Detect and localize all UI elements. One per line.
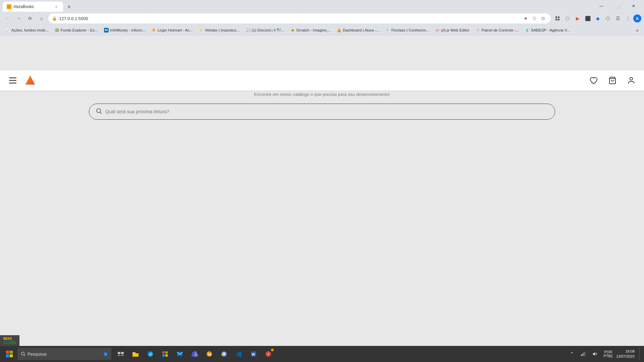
bookmark-acoes[interactable]: 📈 Ações, fundos imob... [3,27,51,34]
search-container [89,104,555,120]
taskbar-search[interactable]: Pesquisar b [17,348,111,360]
ext-icon-3[interactable]: ⬛ [583,14,592,23]
bookmark-label-velotax: Velotax | Impostos... [205,28,239,32]
svg-rect-47 [584,352,584,356]
stock-widget: IBXX +1,35% [0,335,19,346]
bookmark-label-funds: Funds Explorer - Ex... [61,28,98,32]
ext-icon-5[interactable]: ⬡ [603,14,612,23]
svg-rect-34 [192,354,195,357]
search-input[interactable] [105,109,548,114]
home-button[interactable]: ⌂ [37,14,46,23]
bookmark-p5js[interactable]: p5 p5.js Web Editor [433,27,472,34]
profile-avatar[interactable]: A [633,14,641,22]
show-desktop-button[interactable] [639,347,641,361]
search-bar[interactable] [89,104,555,120]
cart-button[interactable] [606,74,619,86]
bookmark-infomoney[interactable]: IM InfoMoney - Inform... [101,27,148,34]
edge-browser-button[interactable] [144,347,157,361]
chrome-menu-button[interactable]: ⋮ [623,14,633,23]
bookmark-star-button[interactable]: ★ [522,14,530,22]
bookmark-label-acoes: Ações, fundos imob... [11,28,49,32]
new-tab-button[interactable]: + [64,2,74,12]
svg-rect-15 [10,351,13,354]
store-button[interactable] [158,347,172,361]
taskview-button[interactable] [114,347,127,361]
bookmark-label-discord: (1) Discord | # ‽7... [252,28,284,33]
user-account-button[interactable] [625,74,637,86]
minimize-button[interactable]: — [594,1,609,11]
address-bar-actions: ★ ⬡ ⊡ [522,14,547,22]
bookmark-dashboard[interactable]: Dashboard | Alura -... [334,27,382,34]
forward-button[interactable]: → [14,14,23,23]
bookmark-hotmart[interactable]: 🔥 Login Hotmart - Ac... [149,27,196,34]
teams-button[interactable] [188,347,201,361]
extensions-button[interactable] [553,14,562,23]
bookmarks-more-button[interactable]: » [633,26,641,34]
ext-icon-2[interactable]: ▶ [573,14,582,23]
bookmark-velotax[interactable]: ⚡ Velotax | Impostos... [196,27,242,34]
chevron-up-icon[interactable]: ⌃ [567,349,577,359]
stock-change: +1,35% [3,341,16,345]
header-left [7,74,36,86]
vscode-button[interactable] [232,347,246,361]
app-badge [271,349,274,351]
bookmark-scratch[interactable]: 🐱 Scratch - Imagine,... [287,27,333,34]
svg-rect-7 [9,80,16,81]
bookmark-label-infomoney: InfoMoney - Inform... [110,28,146,32]
network-icon[interactable] [578,349,589,359]
cast-button[interactable]: ⊡ [539,14,547,22]
svg-rect-46 [583,353,583,356]
svg-rect-24 [118,355,120,356]
svg-rect-1 [555,16,557,18]
reload-button[interactable]: ⟳ [25,14,35,23]
mail-button[interactable] [173,347,186,361]
svg-rect-16 [6,354,9,357]
photos-button[interactable] [203,347,216,361]
bookmark-favicon-dashboard [337,28,341,33]
bookmark-funds[interactable]: 💹 Funds Explorer - Ex... [52,27,101,34]
ext-icon-6[interactable]: ☰ [613,14,623,23]
ext-icon-4[interactable]: ◆ [593,14,602,23]
start-button[interactable] [3,347,16,361]
address-url: 127.0.0.1:5500 [59,16,520,21]
svg-text:b: b [105,353,107,356]
volume-icon[interactable] [589,349,600,359]
maximize-button[interactable]: ⬜ [610,1,625,11]
bookmark-sabesp[interactable]: 💧 SABESP - Agência V... [522,27,573,34]
svg-point-18 [21,352,24,355]
tab-close-button[interactable]: × [54,4,59,9]
file-explorer-button[interactable] [129,347,142,361]
bookmark-painel[interactable]: ⬡ Painel de Controle -... [473,27,522,34]
taskbar-clock[interactable]: 18:08 13/07/2023 [616,349,637,359]
system-tray: ⌃ [567,349,600,359]
screenshot-button[interactable]: ⬡ [530,14,538,22]
svg-rect-29 [165,354,168,357]
hamburger-menu-button[interactable] [7,74,19,86]
bookmark-favicon-hotmart: 🔥 [152,28,156,33]
address-bar[interactable]: 🔒 127.0.0.1:5500 ★ ⬡ ⊡ [48,13,551,23]
svg-marker-9 [25,76,35,85]
language-variant: PTB2 [603,354,613,358]
chrome-button[interactable] [217,347,231,361]
svg-rect-30 [177,352,182,356]
bookmark-label-painel: Painel de Controle -... [482,28,519,32]
bookmark-discord[interactable]: 💬 (1) Discord | # ‽7... [243,27,287,34]
svg-line-19 [24,355,25,356]
word-button[interactable]: W [247,347,260,361]
language-code: POR [604,350,612,354]
language-selector[interactable]: POR PTB2 [602,350,614,358]
bookmark-favicon-velotax: ⚡ [199,28,204,33]
taskbar-right: ⌃ [567,347,641,361]
other-app-button[interactable]: ! [262,347,275,361]
wishlist-button[interactable] [588,74,600,86]
back-button[interactable]: ← [3,14,12,23]
ext-icon-1[interactable]: ⬡ [563,14,572,23]
stock-name: IBXX [3,337,16,341]
active-tab[interactable]: AluraBooks × [3,2,63,12]
bookmark-label-scratch: Scratch - Imagine,... [296,28,331,32]
bookmark-finclass[interactable]: F Finclass | Conhecim... [383,27,432,34]
close-button[interactable]: ✕ [626,1,641,11]
browser-actions: ⬡ ▶ ⬛ ◆ ⬡ ☰ ⋮ A [553,14,641,23]
header-right [588,74,637,86]
app-header [0,70,644,90]
